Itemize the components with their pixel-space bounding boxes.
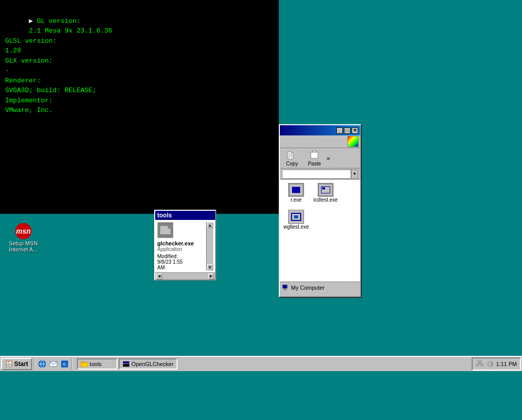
channels-icon: C [61,360,69,368]
taskbar-opengl-button[interactable]: OpenGLChecker [119,358,178,370]
explorer-files-area: r.exe icdtest.exe [280,180,360,282]
svg-marker-40 [488,361,491,367]
msn-internet-desktop-icon[interactable]: msn Setup MSN Internet A... [6,223,41,253]
taskbar-separator-1 [34,358,35,370]
address-dropdown[interactable]: ▼ [351,170,358,179]
terminal-window[interactable]: ▶ GL version: 2.1 Mesa 9x 23.1.6.36 GLSL… [0,0,279,214]
network-icon [476,360,484,368]
copy-icon [286,150,298,161]
tools-file-info: glchecker.exe Application Modified: 9/8/… [157,222,206,270]
quick-icon-2[interactable] [48,359,59,369]
explorer-statusbar: My Computer [280,282,360,293]
svg-rect-30 [81,361,84,363]
statusbar-text: My Computer [282,284,325,291]
svg-rect-20 [283,285,287,288]
wgltest-file[interactable]: wgltest.exe [283,210,309,230]
icdtest-file[interactable]: icdtest.exe [312,183,339,203]
msn-icon-label: Setup MSN Internet A... [9,240,38,253]
win98-taskbar: 🪟 Start C [0,356,522,371]
toolbar-more-button[interactable]: » [327,155,330,162]
folder-icon [81,361,88,367]
scrollbar-down-arrow[interactable]: ▼ [207,264,213,270]
taskbar-opengl-label: OpenGLChecker [131,361,173,367]
explorer-minimize-button[interactable]: _ [336,127,343,134]
glchecker-modified-date: 9/8/23 1:55 [157,259,206,265]
glchecker-modified-ampm: AM [157,265,206,270]
hscroll-right[interactable]: ► [208,273,214,279]
icdtest-icon [317,183,334,197]
svg-rect-34 [478,360,481,362]
svg-rect-32 [123,361,129,363]
start-icon: 🪟 [5,360,13,368]
quick-icon-3[interactable]: C [60,359,70,369]
explorer-logo-area [280,135,360,148]
opengl-window-icon [123,361,130,367]
scrollbar-up-arrow[interactable]: ▲ [207,222,213,228]
explorer-titlebar: _ □ ✕ [280,125,360,135]
quick-launch-area: C [37,359,70,369]
start-label: Start [14,360,28,368]
svg-rect-18 [313,151,316,152]
svg-rect-21 [284,289,286,290]
glchecker-modified-label: Modified: [157,254,206,259]
svg-rect-36 [481,364,483,366]
svg-rect-17 [311,152,318,158]
explorer-title-buttons: _ □ ✕ [336,127,358,134]
ie-icon [38,360,46,368]
system-tray: 1:11 PM [472,357,521,371]
wgltest-icon [288,210,304,224]
rexe-file[interactable]: r.exe [283,183,309,203]
quick-icon-1[interactable] [37,359,47,369]
explorer-maximize-button[interactable]: □ [344,127,351,134]
taskbar-tasks-area: tools OpenGLChecker [77,358,470,370]
tools-popup-titlebar: tools [155,211,215,220]
svg-rect-35 [476,364,479,366]
windows98-logo [347,136,359,147]
svg-rect-33 [123,364,129,367]
hscroll-left[interactable]: ◄ [156,273,162,279]
paste-tool-button[interactable]: Paste [304,150,325,166]
rexe-icon [288,183,304,197]
copy-button-label: Copy [286,161,298,166]
glchecker-filetype: Application [157,246,206,252]
glchecker-filename: glchecker.exe [157,240,206,246]
copy-tool-button[interactable]: Copy [282,150,302,166]
explorer-window: _ □ ✕ Copy [279,124,361,297]
msn-icon: msn [15,223,32,239]
tray-network-icon [476,360,484,368]
taskbar-separator-2 [72,358,73,370]
explorer-addressbar: ▼ [280,169,360,180]
icdtest-label: icdtest.exe [313,197,338,203]
paste-button-label: Paste [308,161,321,166]
explorer-toolbar: Copy Paste » [280,148,360,169]
tools-popup-title: tools [157,212,172,219]
glchecker-file-icon [157,222,173,238]
rexe-label: r.exe [291,197,302,203]
email-icon [49,360,57,368]
popup-hscrollbar[interactable]: ◄ ► [155,272,215,279]
svg-text:C: C [63,362,66,367]
taskbar-tools-label: tools [90,361,101,367]
svg-rect-22 [283,290,287,290]
tools-popup-window: tools glchecker.exe Application Modified… [154,210,216,281]
wgltest-label: wgltest.exe [283,224,309,230]
address-input[interactable] [282,170,351,179]
paste-icon [308,150,321,161]
speaker-icon [486,360,494,368]
computer-icon [282,284,289,291]
start-button[interactable]: 🪟 Start [1,358,32,370]
taskbar-clock: 1:11 PM [496,361,517,367]
popup-scrollbar[interactable]: ▲ ▼ [206,222,213,270]
vm-desktop: ▶ GL version: 2.1 Mesa 9x 23.1.6.36 GLSL… [0,0,522,371]
tools-popup-content: glchecker.exe Application Modified: 9/8/… [155,220,215,272]
tray-sound-icon [486,360,494,368]
terminal-output: ▶ GL version: 2.1 Mesa 9x 23.1.6.36 GLSL… [0,0,279,131]
taskbar-tools-button[interactable]: tools [77,358,118,370]
explorer-close-button[interactable]: ✕ [352,127,358,134]
